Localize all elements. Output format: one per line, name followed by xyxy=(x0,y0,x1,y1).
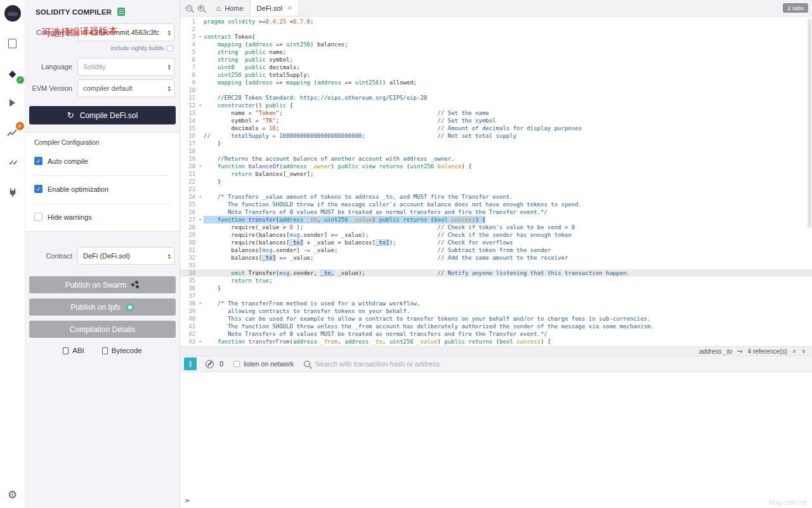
code-line[interactable]: 42 Note Transfers of 0 values MUST be tr… xyxy=(180,330,812,338)
terminal-panel[interactable]: > blog.csdn.net xyxy=(180,372,812,508)
line-number[interactable]: 30 xyxy=(180,239,197,246)
plugin-manager-icon[interactable] xyxy=(4,184,21,201)
line-number[interactable]: 13 xyxy=(180,109,197,117)
code-editor[interactable]: 1pragma solidity >=0.4.25 <0.7.0;23▾cont… xyxy=(180,17,812,346)
code-line[interactable]: 2 xyxy=(180,25,812,33)
zoom-out-icon[interactable] xyxy=(186,5,192,11)
code-line[interactable]: 4 mapping (address => uint256) balances; xyxy=(180,41,812,48)
contract-select[interactable]: DeFi (DeFi.sol) ▴▾ xyxy=(77,247,174,265)
code-line[interactable]: 22 } xyxy=(180,178,812,185)
code-line[interactable]: 23 xyxy=(180,185,812,193)
line-number[interactable]: 39 xyxy=(180,307,197,315)
pending-transactions-icon[interactable] xyxy=(206,360,214,368)
code-line[interactable]: 18 xyxy=(180,147,812,155)
line-number[interactable]: 5 xyxy=(180,48,197,56)
code-line[interactable]: 34 emit Transfer(msg.sender, _to, _value… xyxy=(180,269,812,277)
code-line[interactable]: 28 require(_value > 0 ); // Check if tok… xyxy=(180,224,812,231)
line-number[interactable]: 37 xyxy=(180,292,197,300)
compile-button[interactable]: ↻ Compile DeFi.sol xyxy=(29,106,176,124)
close-tab-icon[interactable]: × xyxy=(287,4,292,13)
code-line[interactable]: 31 balances[msg.sender] -= _value; // Su… xyxy=(180,246,812,254)
code-line[interactable]: 14 symbol = "TK"; // Set the symbol xyxy=(180,117,812,124)
fold-icon[interactable]: ▾ xyxy=(197,216,204,224)
compilation-details-button[interactable]: Compilation Details xyxy=(29,321,176,338)
line-number[interactable]: 28 xyxy=(180,224,197,231)
line-number[interactable]: 23 xyxy=(180,185,197,193)
hide-warnings-checkbox[interactable] xyxy=(34,213,43,221)
line-number[interactable]: 35 xyxy=(180,277,197,284)
fold-icon[interactable]: ▾ xyxy=(197,193,204,201)
code-line[interactable]: 37 xyxy=(180,292,812,300)
fold-icon[interactable]: ▾ xyxy=(197,102,204,109)
file-explorer-icon[interactable] xyxy=(4,35,21,51)
tab-defi-sol[interactable]: DeFi.sol × xyxy=(250,0,299,16)
terminal-prompt[interactable]: > xyxy=(185,497,190,505)
line-number[interactable]: 40 xyxy=(180,315,197,323)
line-number[interactable]: 16 xyxy=(180,132,197,140)
code-line[interactable]: 6 string public symbol; xyxy=(180,56,812,64)
line-number[interactable]: 29 xyxy=(180,231,197,239)
auto-compile-checkbox[interactable]: ✓ xyxy=(34,157,43,165)
line-number[interactable]: 42 xyxy=(180,330,197,338)
remix-logo-icon[interactable] xyxy=(4,5,21,22)
fold-icon[interactable]: ▾ xyxy=(197,338,204,345)
listen-network-checkbox[interactable] xyxy=(233,361,240,367)
code-line[interactable]: 43▾ function transferFrom(address _from,… xyxy=(180,338,812,345)
fold-icon[interactable]: ▾ xyxy=(197,300,204,307)
line-number[interactable]: 18 xyxy=(180,147,197,155)
nightly-builds-checkbox[interactable] xyxy=(167,45,173,51)
line-number[interactable]: 27 xyxy=(180,216,197,224)
publish-ipfs-button[interactable]: Publish on Ipfs xyxy=(29,298,176,316)
code-line[interactable]: 19 //Returns the account balance of anot… xyxy=(180,155,812,163)
code-line[interactable]: 35 return true; xyxy=(180,277,812,284)
line-number[interactable]: 4 xyxy=(180,41,197,48)
code-line[interactable]: 36 } xyxy=(180,284,812,292)
line-number[interactable]: 36 xyxy=(180,284,197,292)
copy-abi-button[interactable]: ABI xyxy=(63,347,84,354)
line-number[interactable]: 31 xyxy=(180,246,197,254)
code-line[interactable]: 7 uint8 public decimals; xyxy=(180,64,812,71)
next-reference-icon[interactable]: ∨ xyxy=(801,348,806,354)
line-number[interactable]: 43 xyxy=(180,338,197,345)
publish-swarm-button[interactable]: Publish on Swarm xyxy=(29,276,176,293)
solidity-compiler-icon[interactable]: ◆ ✓ xyxy=(4,65,21,81)
compiler-options-icon[interactable] xyxy=(67,30,72,36)
code-line[interactable]: 17 } xyxy=(180,140,812,147)
prev-reference-icon[interactable]: ∧ xyxy=(792,348,797,354)
line-number[interactable]: 2 xyxy=(180,25,197,33)
code-line[interactable]: 24▾ /* Transfers _value amount of tokens… xyxy=(180,193,812,201)
code-line[interactable]: 20▾ function balanceOf(address _owner) p… xyxy=(180,163,812,170)
code-line[interactable]: 1pragma solidity >=0.4.25 <0.7.0; xyxy=(180,18,812,25)
code-line[interactable]: 26 Note Transfers of 0 values MUST be tr… xyxy=(180,208,812,216)
code-line[interactable]: 10 xyxy=(180,86,812,94)
deploy-run-icon[interactable] xyxy=(4,95,21,111)
code-line[interactable]: 38▾ /* The transferFrom method is used f… xyxy=(180,300,812,307)
compiler-select[interactable]: 0.4.26+commit.4563c3fc ▴▾ xyxy=(77,23,174,41)
editor-scrollbar[interactable] xyxy=(808,18,811,228)
line-number[interactable]: 41 xyxy=(180,323,197,330)
line-number[interactable]: 12 xyxy=(180,102,197,109)
code-line[interactable]: 9 mapping (address => mapping (address =… xyxy=(180,79,812,86)
code-line[interactable]: 21 return balances[_owner]; xyxy=(180,170,812,178)
line-number[interactable]: 1 xyxy=(180,18,197,25)
line-number[interactable]: 21 xyxy=(180,170,197,178)
line-number[interactable]: 15 xyxy=(180,124,197,132)
line-number[interactable]: 24 xyxy=(180,193,197,201)
line-number[interactable]: 32 xyxy=(180,254,197,262)
compiler-docs-icon[interactable] xyxy=(117,8,125,16)
unit-testing-icon[interactable]: ✓✓ xyxy=(4,154,21,171)
line-number[interactable]: 19 xyxy=(180,155,197,163)
code-line[interactable]: 27▾ function transfer(address _to, uint2… xyxy=(180,216,812,224)
line-number[interactable]: 26 xyxy=(180,208,197,216)
line-number[interactable]: 14 xyxy=(180,117,197,124)
goto-reference-icon[interactable]: ↪ xyxy=(737,348,742,355)
line-number[interactable]: 11 xyxy=(180,94,197,102)
code-line[interactable]: 40 This can be used for example to allow… xyxy=(180,315,812,323)
code-line[interactable]: 39 allowing contracts to transfer tokens… xyxy=(180,307,812,315)
code-line[interactable]: 41 The function SHOULD throw unless the … xyxy=(180,323,812,330)
line-number[interactable]: 34 xyxy=(180,269,197,277)
terminal-search-input[interactable] xyxy=(315,360,454,368)
line-number[interactable]: 38 xyxy=(180,300,197,307)
line-number[interactable]: 10 xyxy=(180,86,197,94)
tab-home[interactable]: ⌂ Home xyxy=(210,0,250,16)
